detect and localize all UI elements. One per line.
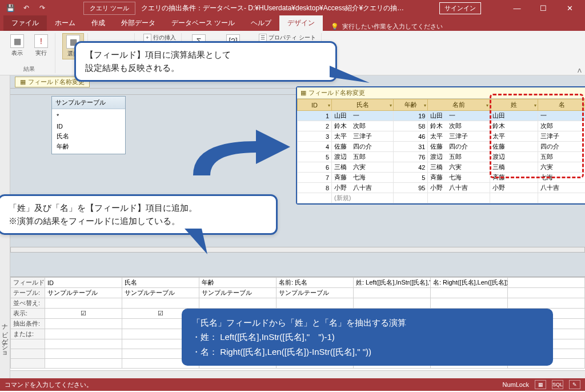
datasheet-preview: ▦フィールド名称変更 ID▾ 氏名▾ 年齢▾ 名前▾ 姓▾ 名▾ 1山田 一19… xyxy=(296,86,585,205)
save-icon[interactable]: 💾 xyxy=(5,2,16,14)
tab-external-data[interactable]: 外部データ xyxy=(113,15,163,31)
grid-row-label: フィールド: xyxy=(11,278,45,288)
title-bar: 💾 ↶ ↷ クエリ ツール クエリの抽出条件：データベース- D:¥HUserd… xyxy=(0,0,585,16)
insert-row-icon: + xyxy=(143,34,151,42)
grid-row-label: 抽出条件: xyxy=(11,319,45,329)
callout-field-result: 【フィールド】項目に演算結果として 設定結果も反映される。 xyxy=(74,41,337,82)
numlock-indicator: NumLock xyxy=(503,381,529,388)
tab-database-tools[interactable]: データベース ツール xyxy=(163,15,243,31)
status-bar: コマンドを入力してください。 NumLock ▦ SQL ✎ xyxy=(0,378,585,391)
datasheet-view-button[interactable]: ▦ xyxy=(535,380,546,389)
sql-view-button[interactable]: SQL xyxy=(552,380,563,389)
run-button[interactable]: !実行 xyxy=(31,33,51,58)
grid-row-label xyxy=(11,339,45,349)
table-row[interactable]: 3太平 三津子46太平 三津子太平三津子 xyxy=(298,131,586,142)
contextual-tab-label: クエリ ツール xyxy=(83,2,135,15)
grid-cell[interactable] xyxy=(277,298,354,309)
design-view-button[interactable]: ✎ xyxy=(569,380,580,389)
grid-row-label: または: xyxy=(11,329,45,339)
field-id[interactable]: ID xyxy=(57,122,121,132)
grid-cell[interactable]: サンプルテーブル xyxy=(199,288,277,298)
col-sei[interactable]: 姓▾ xyxy=(490,99,538,111)
table-row[interactable]: 5渡辺 五郎76渡辺 五郎渡辺五郎 xyxy=(298,152,586,162)
query-icon: ▦ xyxy=(20,78,26,86)
grid-cell[interactable]: サンプルテーブル xyxy=(122,288,199,298)
formula-explanation: 「氏名」フィールドから「姓」と「名」を抽出する演算 ・姓： Left([氏名],… xyxy=(182,309,553,366)
view-button[interactable]: ▦表示 xyxy=(7,33,27,58)
field-age[interactable]: 年齢 xyxy=(57,142,121,152)
window-title: クエリの抽出条件：データベース- D:¥HUserdata¥desktop¥Ac… xyxy=(141,3,404,13)
table-row[interactable]: 4佐藤 四の介31佐藤 四の介佐藤四の介 xyxy=(298,142,586,152)
tell-me-search[interactable]: 💡 実行したい作業を入力してください xyxy=(323,22,443,31)
query-icon: ▦ xyxy=(300,89,306,97)
grid-cell[interactable] xyxy=(431,288,508,298)
close-button[interactable]: ✕ xyxy=(556,0,583,16)
table-row[interactable]: 8小野 八十吉95小野 八十吉小野八十吉 xyxy=(298,183,586,193)
grid-cell[interactable]: サンプルテーブル xyxy=(45,288,122,298)
tab-help[interactable]: ヘルプ xyxy=(243,15,279,31)
property-icon: ☰ xyxy=(259,34,267,42)
grid-cell[interactable]: 姓: Left([氏名],InStr([氏名]," ")-1) xyxy=(354,278,431,288)
grid-cell[interactable] xyxy=(508,288,585,298)
horizontal-scrollbar-upper[interactable] xyxy=(10,247,585,253)
tab-create[interactable]: 作成 xyxy=(83,15,113,31)
callout-add-fields: 「姓」及び「名」を【フィールド】項目に追加。 ※演算の結果をフィールドに追加して… xyxy=(0,194,278,235)
grid-cell[interactable]: ☑ xyxy=(45,309,122,319)
run-icon: ! xyxy=(34,34,48,48)
grid-cell[interactable]: 名前: 氏名 xyxy=(277,278,354,288)
col-mei[interactable]: 名▾ xyxy=(538,99,585,111)
table-row[interactable]: 2鈴木 次郎58鈴木 次郎鈴木次郎 xyxy=(298,121,586,131)
table-row[interactable]: 6三橋 六実42三橋 六実三橋六実 xyxy=(298,162,586,173)
source-table-box[interactable]: サンプルテーブル * ID 氏名 年齢 xyxy=(51,96,126,154)
grid-cell[interactable] xyxy=(354,288,431,298)
table-row[interactable]: 7斉藤 七海5斉藤 七海斉藤七海 xyxy=(298,173,586,183)
grid-cell[interactable]: 年齢 xyxy=(199,278,277,288)
grid-icon: ▦ xyxy=(10,34,24,48)
maximize-button[interactable]: ☐ xyxy=(530,0,556,16)
grid-cell[interactable] xyxy=(45,329,122,339)
field-name[interactable]: 氏名 xyxy=(57,131,121,142)
col-id[interactable]: ID▾ xyxy=(298,99,332,111)
tab-design[interactable]: デザイン xyxy=(279,15,323,31)
grid-cell[interactable] xyxy=(508,278,585,288)
grid-cell[interactable] xyxy=(45,298,122,309)
field-all[interactable]: * xyxy=(57,111,121,122)
grid-cell[interactable] xyxy=(45,339,122,349)
grid-cell[interactable] xyxy=(508,298,585,309)
tab-home[interactable]: ホーム xyxy=(47,15,83,31)
grid-row-label: 表示: xyxy=(11,309,45,319)
arrow-icon xyxy=(176,118,302,187)
grid-cell[interactable] xyxy=(199,298,277,309)
horizontal-scrollbar-lower[interactable] xyxy=(10,370,585,378)
source-table-title: サンプルテーブル xyxy=(52,97,125,109)
grid-cell[interactable] xyxy=(431,298,508,309)
lightbulb-icon: 💡 xyxy=(331,23,339,30)
ribbon-tabs: ファイル ホーム 作成 外部データ データベース ツール ヘルプ デザイン 💡 … xyxy=(0,16,585,31)
tab-file[interactable]: ファイル xyxy=(3,15,47,31)
table-row[interactable]: 1山田 一19山田 一山田一 xyxy=(298,111,586,121)
grid-cell[interactable] xyxy=(122,298,199,309)
grid-cell[interactable] xyxy=(45,319,122,329)
grid-cell[interactable] xyxy=(45,359,122,369)
grid-cell[interactable]: サンプルテーブル xyxy=(277,288,354,298)
grid-cell[interactable] xyxy=(45,349,122,359)
query-design-surface: ▦ フィールド名称変更 サンプルテーブル * ID 氏名 年齢 【フィールド】項… xyxy=(10,75,585,378)
col-namae[interactable]: 名前▾ xyxy=(428,99,490,111)
grid-cell[interactable]: 名: Right([氏名],Len([氏名])-InStr([氏名]," ")) xyxy=(431,278,508,288)
status-text: コマンドを入力してください。 xyxy=(5,381,93,389)
sign-in-button[interactable]: サインイン xyxy=(439,2,481,14)
col-shimei[interactable]: 氏名▾ xyxy=(332,99,394,111)
grid-cell[interactable] xyxy=(354,298,431,309)
grid-row-label: テーブル: xyxy=(11,288,45,298)
col-age[interactable]: 年齢▾ xyxy=(394,99,428,111)
grid-row-label xyxy=(11,349,45,359)
grid-cell[interactable]: ID xyxy=(45,278,122,288)
grid-cell[interactable]: 氏名 xyxy=(122,278,199,288)
grid-row-label: 並べ替え: xyxy=(11,298,45,309)
minimize-button[interactable]: — xyxy=(504,0,530,16)
undo-icon[interactable]: ↶ xyxy=(21,2,32,14)
redo-icon[interactable]: ↷ xyxy=(37,2,48,14)
grid-row-label xyxy=(11,359,45,369)
collapse-ribbon-icon[interactable]: ᐱ xyxy=(578,67,582,74)
